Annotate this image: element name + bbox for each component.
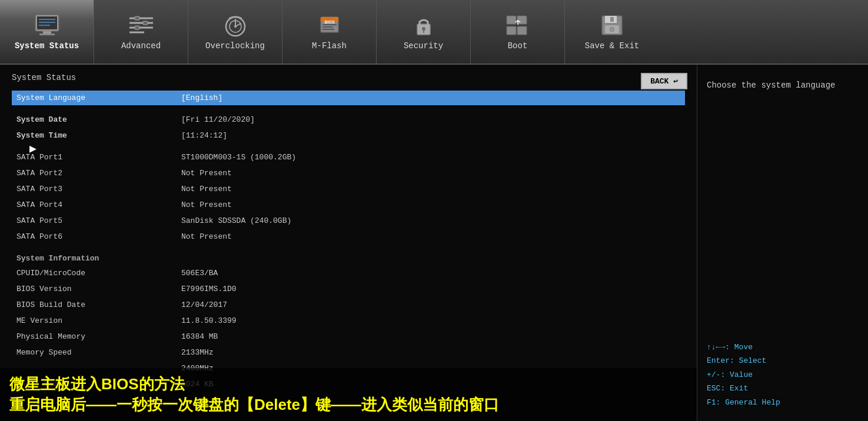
svg-rect-22 — [322, 24, 337, 25]
svg-text:BIOS: BIOS — [324, 20, 334, 24]
security-icon — [408, 13, 439, 38]
value-memory-speed: 2133MHz — [181, 348, 214, 357]
nav-label-security: Security — [404, 41, 443, 51]
label-sata-port6: SATA Port6 — [16, 232, 181, 241]
value-me-version: 11.8.50.3399 — [181, 316, 237, 325]
save-exit-icon — [597, 13, 627, 38]
row-physical-memory: Physical Memory 16384 MB — [12, 329, 685, 344]
svg-rect-30 — [507, 26, 516, 35]
overlay-line1: 微星主板进入BIOS的方法 — [9, 374, 687, 395]
svg-rect-28 — [507, 16, 516, 24]
svg-point-18 — [234, 25, 237, 28]
nav-label-overclocking: Overclocking — [205, 41, 265, 51]
value-sata-port6: Not Present — [181, 232, 232, 241]
row-sata-port2: SATA Port2 Not Present — [12, 166, 685, 181]
value-sata-port5: SanDisk SDSSDA (240.0GB) — [181, 216, 291, 225]
svg-point-26 — [422, 27, 425, 31]
mflash-icon: BIOS — [314, 13, 345, 38]
label-bios-version: BIOS Version — [16, 285, 181, 293]
value-bios-version: E7996IMS.1D0 — [181, 285, 237, 293]
row-cpuid: CPUID/MicroCode 506E3/BA — [12, 266, 685, 280]
right-panel: Choose the system language ↑↓←→: Move En… — [697, 65, 868, 421]
nav-item-advanced[interactable]: Advanced — [94, 0, 188, 64]
nav-item-overclocking[interactable]: Overclocking — [188, 0, 282, 64]
system-status-icon — [32, 13, 62, 38]
label-me-version: ME Version — [16, 316, 181, 325]
nav-label-boot: Boot — [508, 41, 528, 51]
overlay-line2: 重启电脑后——一秒按一次键盘的【Delete】键——进入类似当前的窗口 — [9, 395, 687, 415]
value-physical-memory: 16384 MB — [181, 332, 218, 341]
label-system-date: System Date — [16, 115, 181, 124]
value-sata-port4: Not Present — [181, 201, 232, 209]
svg-rect-29 — [517, 16, 527, 24]
svg-rect-3 — [39, 34, 55, 35]
value-system-language: [English] — [181, 93, 222, 102]
advanced-icon — [126, 13, 157, 38]
nav-item-boot[interactable]: Boot — [471, 0, 565, 64]
hint-enter: Enter: Select — [707, 354, 859, 367]
overclocking-icon — [220, 13, 251, 38]
nav-item-system-status[interactable]: System Status — [0, 0, 94, 64]
value-bios-build-date: 12/04/2017 — [181, 300, 227, 309]
row-memory-speed: Memory Speed 2133MHz — [12, 345, 685, 360]
value-system-date: [Fri 11/20/2020] — [181, 115, 255, 124]
nav-label-advanced: Advanced — [121, 41, 161, 51]
svg-rect-23 — [322, 26, 333, 28]
label-sata-port5: SATA Port5 — [16, 216, 181, 225]
overlay-text: 微星主板进入BIOS的方法 重启电脑后——一秒按一次键盘的【Delete】键——… — [0, 368, 697, 421]
label-sata-port4: SATA Port4 — [16, 201, 181, 209]
svg-rect-13 — [135, 26, 139, 29]
main-content: ▶ System Status BACK ↩ System Language [… — [0, 65, 868, 421]
hint-value: +/-: Value — [707, 368, 859, 382]
left-panel: ▶ System Status BACK ↩ System Language [… — [0, 65, 697, 421]
row-sata-port1: SATA Port1 ST1000DM003-1S (1000.2GB) — [12, 150, 685, 165]
label-sata-port2: SATA Port2 — [16, 169, 181, 178]
value-sata-port2: Not Present — [181, 169, 232, 178]
label-bios-build-date: BIOS Build Date — [16, 300, 181, 309]
svg-rect-24 — [322, 29, 334, 30]
section-title: System Status — [12, 73, 685, 82]
hint-f1: F1: General Help — [707, 396, 859, 409]
row-sata-port5: SATA Port5 SanDisk SDSSDA (240.0GB) — [12, 213, 685, 228]
boot-icon — [503, 13, 533, 38]
help-text: Choose the system language — [707, 79, 859, 92]
row-system-language[interactable]: System Language [English] — [12, 91, 685, 105]
label-system-language: System Language — [16, 93, 181, 102]
row-sata-port3: SATA Port3 Not Present — [12, 182, 685, 196]
svg-rect-12 — [143, 21, 148, 25]
value-cpuid: 506E3/BA — [181, 269, 218, 278]
row-sata-port6: SATA Port6 Not Present — [12, 229, 685, 244]
label-memory-speed: Memory Speed — [16, 348, 181, 357]
label-sata-port3: SATA Port3 — [16, 185, 181, 193]
svg-rect-2 — [43, 31, 51, 34]
nav-label-mflash: M-Flash — [312, 41, 347, 51]
back-button[interactable]: BACK ↩ — [641, 73, 687, 89]
svg-point-38 — [611, 29, 613, 31]
row-system-date[interactable]: System Date [Fri 11/20/2020] — [12, 112, 685, 127]
menu-rows: System Language [English] System Date [F… — [12, 91, 685, 392]
system-info-header: System Information — [12, 251, 685, 266]
nav-item-save-exit[interactable]: Save & Exit — [565, 0, 659, 64]
hint-esc: ESC: Exit — [707, 382, 859, 395]
svg-rect-1 — [37, 16, 57, 29]
label-cpuid: CPUID/MicroCode — [16, 269, 181, 278]
value-system-time: [11:24:12] — [181, 131, 227, 140]
row-sata-port4: SATA Port4 Not Present — [12, 198, 685, 212]
value-sata-port3: Not Present — [181, 185, 232, 193]
svg-rect-35 — [610, 17, 614, 22]
label-system-time: System Time — [16, 131, 181, 140]
nav-label-system-status: System Status — [15, 41, 79, 51]
row-system-time[interactable]: System Time [11:24:12] — [12, 128, 685, 143]
key-hints: ↑↓←→: Move Enter: Select +/-: Value ESC:… — [707, 340, 859, 409]
hint-move: ↑↓←→: Move — [707, 340, 859, 354]
nav-item-security[interactable]: Security — [377, 0, 471, 64]
label-physical-memory: Physical Memory — [16, 332, 181, 341]
svg-rect-31 — [517, 26, 527, 35]
label-sata-port1: SATA Port1 — [16, 153, 181, 162]
nav-item-mflash[interactable]: BIOS M-Flash — [282, 0, 377, 64]
row-bios-build-date: BIOS Build Date 12/04/2017 — [12, 298, 685, 312]
svg-rect-11 — [135, 16, 139, 20]
row-me-version: ME Version 11.8.50.3399 — [12, 313, 685, 328]
nav-label-save-exit: Save & Exit — [585, 41, 639, 51]
value-sata-port1: ST1000DM003-1S (1000.2GB) — [181, 153, 296, 162]
